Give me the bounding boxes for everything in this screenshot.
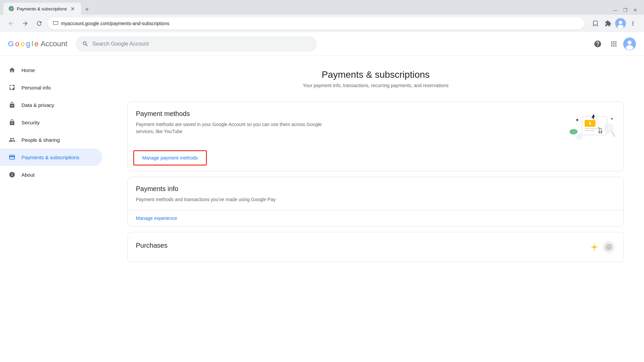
sidebar-item-people-sharing-label: People & sharing [21, 137, 60, 143]
svg-text:$: $ [589, 121, 591, 126]
header-avatar[interactable] [623, 38, 636, 50]
purchases-decoration [589, 240, 615, 254]
payments-info-card-info: Payments info Payment methods and transa… [136, 185, 615, 203]
bookmark-icon[interactable] [590, 18, 601, 29]
logo-e: e [35, 40, 39, 48]
minimize-button[interactable]: — [610, 5, 620, 15]
payment-methods-card-header: Payment methods Payment methods are save… [128, 102, 624, 150]
sidebar-item-data-privacy[interactable]: Data & privacy [0, 96, 102, 114]
new-tab-button[interactable]: + [83, 4, 92, 15]
svg-point-7 [628, 41, 632, 45]
tab-favicon: G [9, 6, 14, 11]
sidebar-item-payments[interactable]: Payments & subscriptions [0, 148, 102, 166]
payments-info-card: Payments info Payment methods and transa… [127, 177, 624, 227]
payment-methods-title: Payment methods [136, 110, 542, 118]
purchases-title: Purchases [136, 242, 168, 249]
apps-button[interactable] [607, 37, 621, 51]
svg-line-21 [612, 132, 615, 137]
sidebar-item-data-privacy-label: Data & privacy [21, 102, 54, 108]
purchases-card: Purchases [127, 232, 624, 262]
profile-avatar[interactable] [615, 18, 626, 29]
extensions-icon[interactable] [602, 18, 614, 29]
sidebar-item-home-label: Home [21, 67, 35, 73]
logo-g: G [8, 40, 14, 48]
google-account-logo: Google Account [8, 40, 67, 48]
sidebar-item-payments-label: Payments & subscriptions [21, 155, 79, 160]
active-tab[interactable]: G Payments & subscriptions ✕ [3, 3, 81, 15]
reload-button[interactable] [34, 18, 45, 29]
svg-point-8 [626, 45, 633, 50]
app-container: Google Account [0, 32, 644, 362]
payment-methods-illustration: $ ✦ [542, 110, 615, 143]
sidebar-item-about-label: About [21, 172, 35, 178]
address-bar-icon [53, 21, 58, 26]
sidebar-item-security[interactable]: Security [0, 114, 102, 131]
svg-point-23 [605, 244, 612, 250]
lock-icon [8, 118, 16, 126]
maximize-button[interactable]: ❐ [621, 5, 630, 15]
tab-title: Payments & subscriptions [17, 6, 67, 11]
logo-o2: o [20, 40, 24, 48]
content-layout: Home Personal info Data & privacy [0, 56, 644, 362]
search-input[interactable] [93, 41, 310, 47]
browser-chrome: G Payments & subscriptions ✕ + — ❐ ✕ mya… [0, 0, 644, 32]
address-bar[interactable]: myaccount.google.com/payments-and-subscr… [48, 17, 584, 29]
window-controls: — ❐ ✕ [610, 5, 644, 15]
svg-rect-13 [585, 130, 595, 131]
manage-experience-link[interactable]: Manage experience [128, 210, 624, 226]
sidebar-item-about[interactable]: About [0, 166, 102, 183]
purchases-icon [602, 240, 615, 254]
svg-text:✦: ✦ [610, 117, 613, 121]
tab-close-button[interactable]: ✕ [70, 6, 76, 12]
svg-text:G: G [10, 7, 12, 10]
manage-payment-methods-link[interactable]: Manage payment methods [133, 150, 207, 166]
help-button[interactable] [591, 37, 604, 51]
payment-methods-card: Payment methods Payment methods are save… [127, 102, 624, 171]
nav-icons-right [590, 18, 639, 29]
logo-account-text: Account [41, 40, 67, 48]
sparkle-icon [589, 242, 599, 252]
payments-info-card-header: Payments info Payment methods and transa… [128, 177, 624, 210]
sidebar-item-home[interactable]: Home [0, 61, 102, 79]
purchases-card-header: Purchases [136, 240, 615, 254]
svg-text:✦: ✦ [575, 117, 579, 123]
data-icon [8, 101, 16, 109]
person-icon [8, 83, 16, 92]
logo-g2: g [26, 40, 30, 48]
search-icon [82, 41, 89, 47]
header-icons [591, 37, 636, 51]
close-button[interactable]: ✕ [631, 5, 640, 15]
info-icon [8, 171, 16, 179]
sidebar: Home Personal info Data & privacy [0, 56, 107, 362]
sidebar-item-people-sharing[interactable]: People & sharing [0, 131, 102, 148]
svg-point-14 [599, 132, 600, 133]
svg-rect-12 [585, 128, 600, 129]
payments-info-title: Payments info [136, 185, 615, 193]
sidebar-item-personal-info[interactable]: Personal info [0, 79, 102, 96]
svg-rect-2 [53, 21, 58, 24]
page-title: Payments & subscriptions [127, 69, 624, 80]
tab-bar: G Payments & subscriptions ✕ + — ❐ ✕ [0, 0, 644, 15]
page-subtitle: Your payment info, transactions, recurri… [127, 83, 624, 88]
payments-info-description: Payment methods and transactions you've … [136, 196, 337, 203]
chrome-menu-icon[interactable] [627, 18, 639, 29]
svg-point-20 [570, 129, 578, 134]
sidebar-item-security-label: Security [21, 120, 40, 125]
logo-o1: o [15, 40, 19, 48]
app-header: Google Account [0, 32, 644, 56]
search-bar[interactable] [75, 36, 317, 52]
svg-point-19 [576, 133, 583, 140]
payment-methods-description: Payment methods are saved in your Google… [136, 121, 337, 135]
logo-l: l [32, 40, 33, 48]
people-icon [8, 136, 16, 144]
address-url: myaccount.google.com/payments-and-subscr… [61, 21, 169, 26]
back-button[interactable] [5, 18, 17, 29]
manage-payment-methods-wrapper: Manage payment methods [128, 150, 624, 171]
main-content: Payments & subscriptions Your payment in… [107, 56, 644, 362]
payment-icon [8, 153, 16, 161]
home-icon [8, 66, 16, 74]
svg-point-5 [618, 25, 624, 29]
forward-button[interactable] [19, 18, 31, 29]
svg-point-15 [601, 132, 602, 133]
svg-point-4 [619, 21, 622, 24]
